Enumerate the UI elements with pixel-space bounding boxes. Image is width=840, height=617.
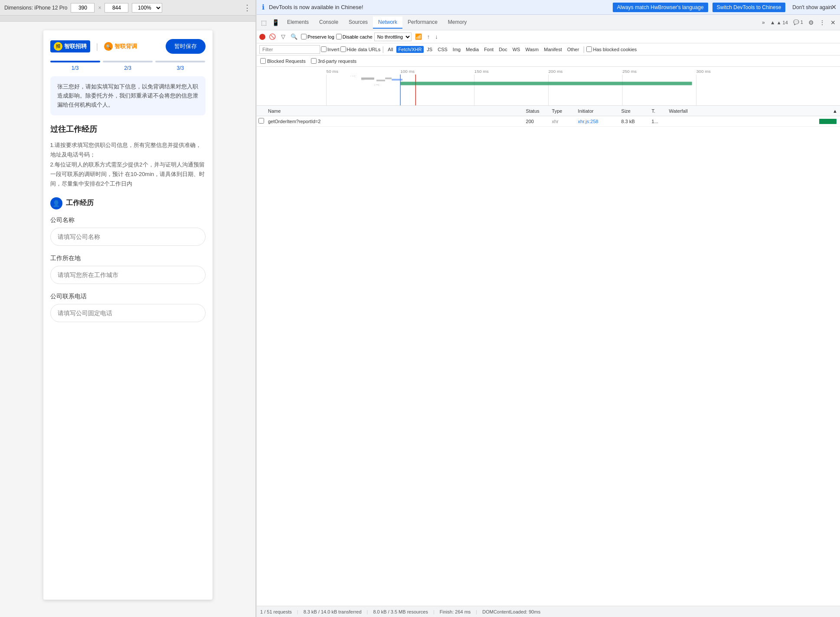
invert-checkbox[interactable] [321,46,327,52]
third-party-checkbox[interactable] [311,58,317,64]
save-button[interactable]: 暂时保存 [166,39,206,54]
record-button[interactable] [259,34,265,40]
filter-input[interactable] [259,45,320,54]
device-toolbar-btn[interactable]: 📱 [269,17,282,28]
th-time[interactable]: T. [649,108,667,114]
row-select-checkbox[interactable] [258,118,264,124]
blocked-requests-checkbox[interactable] [260,58,266,64]
th-status[interactable]: Status [523,108,549,114]
row-checkbox[interactable] [257,118,265,124]
invert-label[interactable]: Invert [321,46,340,52]
export-har-btn[interactable]: ↓ [433,33,440,41]
tab-performance[interactable]: Performance [402,16,443,29]
company-name-label: 公司名称 [50,216,206,224]
work-location-input[interactable] [50,266,206,284]
type-fetch-xhr-btn[interactable]: Fetch/XHR [396,46,424,53]
type-css-btn[interactable]: CSS [435,46,450,53]
work-section-header: 👤 工作经历 [50,197,206,209]
type-img-btn[interactable]: Img [451,46,463,53]
always-match-button[interactable]: Always match HwBrowser's language [613,3,708,12]
type-other-btn[interactable]: Other [565,46,582,53]
tab-elements[interactable]: Elements [282,16,314,29]
svg-rect-14 [400,82,692,85]
type-ws-btn[interactable]: WS [510,46,523,53]
close-devtools-btn[interactable]: ✕ [828,17,838,28]
hide-data-urls-label[interactable]: Hide data URLs [340,46,381,52]
tab-memory[interactable]: Memory [443,16,472,29]
disable-cache-checkbox[interactable] [336,34,342,39]
online-icon-btn[interactable]: 📶 [413,33,424,41]
svg-rect-18 [392,79,402,81]
hide-data-urls-checkbox[interactable] [340,46,346,52]
svg-text:150 ms: 150 ms [474,69,489,74]
th-waterfall[interactable]: Waterfall ▲ [667,108,840,114]
search-network-button[interactable]: 🔍 [289,33,299,41]
blocked-cookies-checkbox[interactable] [586,46,592,52]
svg-text:: ···:: : ···: [374,83,379,86]
logo-group: 招 智联招聘 | 🔍 智联背调 [50,40,137,52]
message-count-btn[interactable]: 💬 1 [791,18,806,27]
more-devtools-btn[interactable]: ⋮ [817,17,828,28]
inspect-element-btn[interactable]: ⬚ [258,17,269,28]
type-wasm-btn[interactable]: Wasm [523,46,541,53]
type-doc-btn[interactable]: Doc [497,46,510,53]
progress-labels: 1/3 2/3 3/3 [50,65,206,71]
more-options-icon[interactable]: ⋮ [243,3,251,13]
import-har-btn[interactable]: ↑ [425,33,432,41]
dont-show-button[interactable]: Don't show again [790,3,835,12]
preserve-log-label[interactable]: Preserve log [301,34,334,39]
devtools-infobar-close[interactable]: ✕ [831,3,837,11]
instruction-line-2: 2.每位证明人的联系方式需至少提供2个，并与证明人沟通预留一段可联系的调研时间，… [50,161,205,187]
logo-divider: | [96,42,98,51]
type-media-btn[interactable]: Media [464,46,481,53]
clear-log-button[interactable]: 🚫 [267,33,278,41]
error-count-btn[interactable]: ▲ ▲ 14 [768,18,791,27]
th-type[interactable]: Type [549,108,575,114]
tab-sources[interactable]: Sources [343,16,373,29]
switch-devtools-button[interactable]: Switch DevTools to Chinese [713,3,786,12]
preserve-log-checkbox[interactable] [301,34,307,39]
status-requests: 1 / 51 requests [260,609,292,614]
third-party-label[interactable]: 3rd-party requests [311,58,356,64]
tab-console[interactable]: Console [314,16,343,29]
type-manifest-btn[interactable]: Manifest [542,46,564,53]
type-js-btn[interactable]: JS [425,46,435,53]
type-font-btn[interactable]: Font [482,46,496,53]
row-initiator[interactable]: xhr.js:258 [575,119,619,124]
filter-button[interactable]: ▽ [279,33,287,41]
progress-area: 1/3 2/3 3/3 [50,61,206,71]
blocked-requests-label[interactable]: Blocked Requests [260,58,306,64]
throttling-select[interactable]: No throttling [374,33,412,41]
disable-cache-label[interactable]: Disable cache [336,34,373,39]
company-name-field: 公司名称 [50,216,206,246]
viewport-height-input[interactable] [105,3,128,13]
work-location-field: 工作所在地 [50,255,206,284]
company-name-input[interactable] [50,228,206,246]
th-initiator[interactable]: Initiator [575,108,619,114]
work-location-label: 工作所在地 [50,255,206,262]
devtools-tabs: ⬚ 📱 Elements Console Sources Network Per… [257,15,840,30]
table-row[interactable]: getOrderItem?reportId=2 200 xhr xhr.js:2… [257,116,840,127]
disable-cache-text: Disable cache [343,34,373,39]
blocked-cookies-label[interactable]: Has blocked cookies [586,46,637,52]
settings-btn[interactable]: ⚙ [806,17,817,28]
tabs-more-btn[interactable]: » [759,18,768,27]
zoom-select[interactable]: 100% [132,3,162,13]
company-phone-input[interactable] [50,304,206,322]
svg-text:300 ms: 300 ms [696,69,711,74]
viewport-width-input[interactable] [71,3,95,13]
devtools-statusbar: 1 / 51 requests | 8.3 kB / 14.0 kB trans… [257,606,840,617]
browser-toolbar: Dimensions: iPhone 12 Pro × 100% ⋮ [0,0,255,16]
filter-type-bar: Invert Hide data URLs | All Fetch/XHR JS… [257,43,840,55]
work-section-title: 工作经历 [66,199,94,208]
row-name: getOrderItem?reportId=2 [265,119,523,124]
tab-network[interactable]: Network [373,16,402,29]
error-count: ▲ 14 [777,20,788,25]
company-phone-label: 公司联系电话 [50,293,206,300]
instructions-text: 1.请按要求填写您供职公司信息，所有完整信息并提供准确，地址及电话号码； 2.每… [50,140,206,188]
th-size[interactable]: Size [619,108,649,114]
info-icon: ℹ [262,3,265,11]
th-name[interactable]: Name [265,108,523,114]
filter-separator: | [382,46,384,53]
type-all-btn[interactable]: All [386,46,395,53]
